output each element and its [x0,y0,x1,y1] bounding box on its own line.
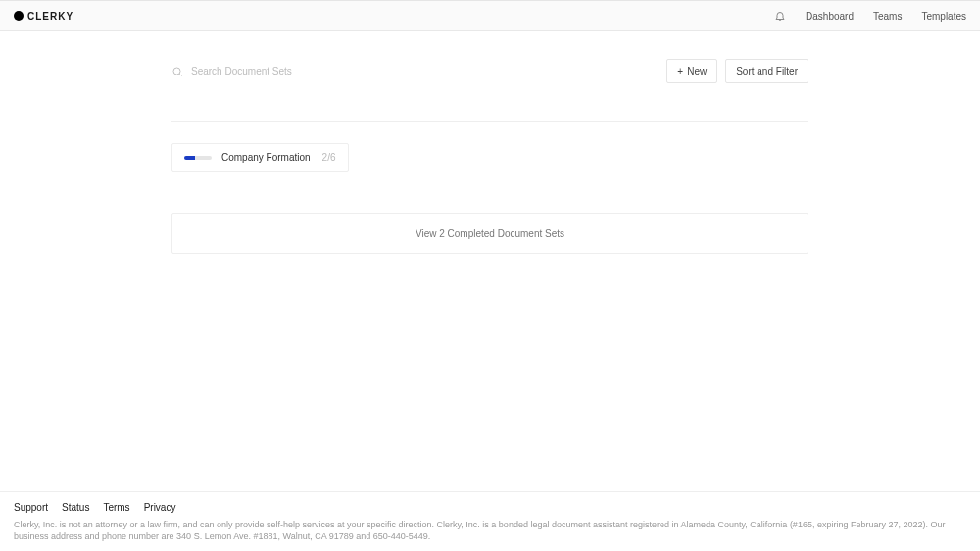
nav-templates[interactable]: Templates [921,11,966,22]
progress-fill [184,156,195,160]
notifications-icon[interactable] [774,10,786,22]
sort-filter-label: Sort and Filter [736,66,798,76]
sort-filter-button[interactable]: Sort and Filter [725,59,808,83]
main-content: + New Sort and Filter Company Formation … [172,31,808,254]
topbar-right: Dashboard Teams Templates [774,10,966,22]
document-set-title: Company Formation [221,152,311,163]
footer-link-privacy[interactable]: Privacy [144,502,176,513]
document-set-progress-count: 2/6 [322,152,336,163]
new-button[interactable]: + New [666,59,717,83]
footer: Support Status Terms Privacy Clerky, Inc… [0,491,980,551]
toolbar-row: + New Sort and Filter [172,59,808,83]
view-completed-button[interactable]: View 2 Completed Document Sets [172,213,808,254]
search-input[interactable] [191,66,387,76]
footer-link-terms[interactable]: Terms [103,502,129,513]
svg-point-0 [173,68,180,75]
footer-link-status[interactable]: Status [62,502,89,513]
view-completed-label: View 2 Completed Document Sets [416,228,564,239]
progress-bar [184,156,212,160]
brand-name: CLERKY [27,11,74,22]
footer-disclaimer: Clerky, Inc. is not an attorney or a law… [14,519,964,543]
svg-line-1 [179,74,181,75]
top-bar: CLERKY Dashboard Teams Templates [0,0,980,31]
brand-mark-icon [14,11,24,21]
nav-teams[interactable]: Teams [873,11,902,22]
action-buttons: + New Sort and Filter [666,59,808,83]
section-divider [172,121,808,122]
nav-dashboard[interactable]: Dashboard [806,11,854,22]
footer-links: Support Status Terms Privacy [14,502,966,513]
plus-icon: + [677,66,683,76]
search-icon [172,66,183,77]
new-button-label: New [687,66,707,76]
search-container [172,66,387,77]
brand-logo[interactable]: CLERKY [14,11,74,22]
footer-link-support[interactable]: Support [14,502,48,513]
document-set-card[interactable]: Company Formation 2/6 [172,143,349,172]
